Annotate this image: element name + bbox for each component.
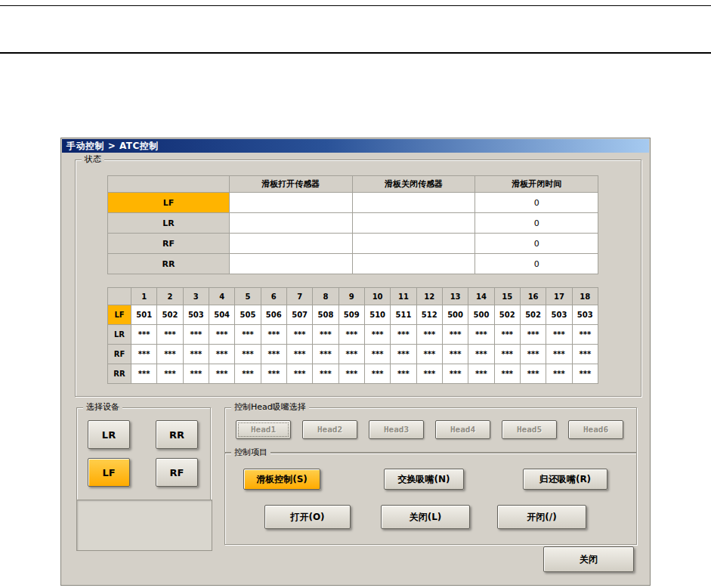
table-cell: *** bbox=[494, 345, 520, 364]
table-row: RF0 bbox=[108, 234, 598, 254]
column-header: 18 bbox=[572, 288, 598, 305]
column-header: 4 bbox=[209, 288, 234, 305]
device-button-lf[interactable]: LF bbox=[88, 458, 130, 487]
table-cell: *** bbox=[468, 345, 494, 364]
open-close-button[interactable]: 开闭(/) bbox=[497, 505, 586, 529]
table-cell bbox=[352, 213, 475, 234]
close-button[interactable]: 关闭(L) bbox=[381, 505, 470, 529]
table-cell: 507 bbox=[286, 305, 312, 325]
message-panel bbox=[76, 500, 212, 551]
device-select-groupbox: 选择设备 LR RR LF RF bbox=[76, 407, 211, 501]
table-cell: *** bbox=[286, 364, 312, 384]
table-cell: 502 bbox=[494, 305, 520, 325]
swap-nozzle-button[interactable]: 交换吸嘴(N) bbox=[384, 469, 464, 490]
column-header: 10 bbox=[364, 288, 390, 305]
table-cell: *** bbox=[520, 345, 546, 364]
column-header: 1 bbox=[131, 288, 157, 305]
table-cell: *** bbox=[442, 345, 468, 364]
table-cell: *** bbox=[183, 345, 209, 364]
head3-button[interactable]: Head3 bbox=[369, 420, 424, 439]
column-header: 13 bbox=[442, 288, 468, 305]
column-header: 14 bbox=[468, 288, 494, 305]
table-cell: 503 bbox=[183, 305, 209, 325]
table-cell: *** bbox=[209, 345, 234, 364]
head5-button[interactable]: Head5 bbox=[502, 420, 557, 439]
position-value-table: 123456789101112131415161718LF50150250350… bbox=[107, 287, 598, 384]
row-label-rr: RR bbox=[108, 364, 131, 384]
table-cell: 502 bbox=[157, 305, 183, 325]
head-group-label: 控制Head吸嘴选择 bbox=[231, 402, 309, 413]
table-cell: *** bbox=[468, 325, 494, 345]
dialog-close-button[interactable]: 关闭 bbox=[543, 546, 634, 572]
table-cell: 509 bbox=[338, 305, 364, 325]
table-row: RR0 bbox=[108, 254, 598, 274]
device-button-lr[interactable]: LR bbox=[88, 420, 130, 449]
table-cell bbox=[230, 213, 353, 234]
table-cell: *** bbox=[235, 325, 261, 345]
table-cell: *** bbox=[546, 325, 572, 345]
head4-button[interactable]: Head4 bbox=[435, 420, 490, 439]
table-cell: 508 bbox=[313, 305, 338, 325]
open-button[interactable]: 打开(O) bbox=[264, 505, 351, 529]
table-cell: 503 bbox=[546, 305, 572, 325]
table-cell: *** bbox=[416, 325, 442, 345]
table-cell: *** bbox=[442, 325, 468, 345]
table-cell: *** bbox=[416, 345, 442, 364]
table-cell bbox=[230, 254, 353, 274]
table-cell: *** bbox=[391, 325, 416, 345]
table-cell: *** bbox=[468, 364, 494, 384]
table-cell: *** bbox=[546, 345, 572, 364]
row-label-rf: RF bbox=[108, 345, 131, 364]
table-cell: 510 bbox=[364, 305, 390, 325]
table-cell: *** bbox=[494, 364, 520, 384]
head2-button[interactable]: Head2 bbox=[302, 420, 357, 439]
table-cell: *** bbox=[209, 364, 234, 384]
table-cell: *** bbox=[157, 364, 183, 384]
corner-cell bbox=[108, 288, 131, 305]
table-cell: *** bbox=[235, 345, 261, 364]
table-cell: 511 bbox=[391, 305, 416, 325]
table-cell: *** bbox=[391, 345, 416, 364]
table-cell: *** bbox=[131, 364, 157, 384]
table-row: RR**************************************… bbox=[108, 364, 598, 384]
slider-control-button[interactable]: 滑板控制(S) bbox=[243, 469, 320, 490]
table-row: LF0 bbox=[108, 193, 598, 213]
head6-button[interactable]: Head6 bbox=[568, 420, 623, 439]
row-label-rr: RR bbox=[108, 254, 230, 274]
table-cell: *** bbox=[313, 325, 338, 345]
atc-control-dialog: 手动控制 > ATC控制 状态 滑板打开传感器滑板关闭传感器滑板开闭时间LF0L… bbox=[60, 138, 651, 586]
table-cell: *** bbox=[131, 325, 157, 345]
table-cell: *** bbox=[313, 345, 338, 364]
column-header: 滑板开闭时间 bbox=[475, 176, 598, 193]
table-cell: *** bbox=[261, 364, 286, 384]
row-label-lr: LR bbox=[108, 213, 230, 234]
table-cell: *** bbox=[520, 364, 546, 384]
column-header: 5 bbox=[235, 288, 261, 305]
status-group-label: 状态 bbox=[82, 154, 104, 165]
column-header: 3 bbox=[183, 288, 209, 305]
table-cell: 504 bbox=[209, 305, 234, 325]
table-cell: *** bbox=[157, 325, 183, 345]
return-nozzle-button[interactable]: 归还吸嘴(R) bbox=[523, 469, 607, 490]
table-cell: *** bbox=[338, 364, 364, 384]
table-cell bbox=[352, 254, 475, 274]
table-cell: *** bbox=[235, 364, 261, 384]
device-button-rr[interactable]: RR bbox=[156, 420, 198, 449]
device-button-rf[interactable]: RF bbox=[156, 458, 198, 487]
table-cell: *** bbox=[286, 325, 312, 345]
corner-cell bbox=[108, 176, 230, 193]
column-header: 滑板关闭传感器 bbox=[352, 176, 475, 193]
table-cell: *** bbox=[261, 345, 286, 364]
table-cell: *** bbox=[572, 325, 598, 345]
table-cell: *** bbox=[572, 345, 598, 364]
table-cell: 501 bbox=[131, 305, 157, 325]
table-cell: *** bbox=[494, 325, 520, 345]
table-cell bbox=[352, 193, 475, 213]
table-cell: 506 bbox=[261, 305, 286, 325]
table-row: LR0 bbox=[108, 213, 598, 234]
table-cell: *** bbox=[338, 345, 364, 364]
table-cell: *** bbox=[546, 364, 572, 384]
head1-button[interactable]: Head1 bbox=[236, 420, 291, 439]
table-cell: *** bbox=[520, 325, 546, 345]
table-cell: *** bbox=[286, 345, 312, 364]
